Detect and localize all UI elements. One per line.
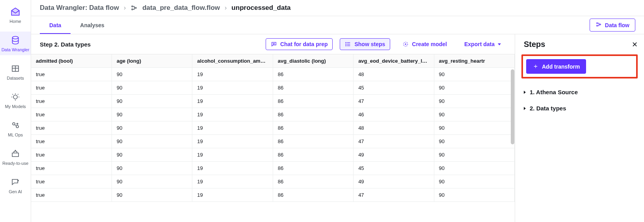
table-cell: 90 bbox=[434, 162, 514, 175]
table-cell: 90 bbox=[434, 175, 514, 188]
tab-data[interactable]: Data bbox=[40, 17, 71, 34]
export-data-label: Export data bbox=[464, 41, 495, 47]
column-header[interactable]: avg_diastolic (long) bbox=[273, 54, 353, 68]
breadcrumb-flow[interactable]: data_pre_data_flow.flow bbox=[142, 4, 220, 12]
nav-label: Gen AI bbox=[9, 189, 22, 194]
table-cell: 19 bbox=[192, 188, 273, 202]
svg-point-13 bbox=[599, 24, 601, 25]
nav-gen-ai[interactable]: Gen AI bbox=[0, 173, 31, 197]
svg-point-12 bbox=[596, 25, 597, 26]
table-cell: 19 bbox=[192, 162, 273, 175]
table-cell: 90 bbox=[112, 148, 192, 162]
caret-right-icon bbox=[524, 91, 526, 94]
column-header[interactable]: avg_resting_heartr bbox=[434, 54, 514, 68]
nav-home[interactable]: Home bbox=[0, 3, 31, 27]
svg-point-19 bbox=[346, 42, 346, 43]
breadcrumb-node[interactable]: unprocessed_data bbox=[231, 4, 290, 12]
table-cell: 45 bbox=[354, 162, 434, 175]
step-item-label: 2. Data types bbox=[530, 105, 566, 112]
table-cell: 86 bbox=[273, 188, 353, 202]
table-row[interactable]: true9019864590 bbox=[31, 162, 515, 175]
table-cell: 90 bbox=[112, 121, 192, 135]
table-cell: 90 bbox=[434, 81, 514, 95]
nav-label: Ready-to-use bbox=[2, 161, 28, 166]
step-item-2[interactable]: 2. Data types bbox=[524, 100, 638, 116]
table-row[interactable]: true9019864890 bbox=[31, 121, 515, 135]
table-row[interactable]: true9019864790 bbox=[31, 135, 515, 148]
table-cell: 86 bbox=[273, 121, 353, 135]
database-icon bbox=[10, 35, 21, 46]
svg-point-21 bbox=[346, 45, 346, 46]
table-row[interactable]: true9019864590 bbox=[31, 81, 515, 95]
table-cell: 90 bbox=[434, 68, 514, 81]
vertical-scrollbar[interactable] bbox=[511, 69, 514, 144]
close-icon[interactable]: ✕ bbox=[632, 40, 638, 49]
create-model-button[interactable]: Create model bbox=[397, 38, 452, 50]
table-cell: 90 bbox=[434, 135, 514, 148]
table-cell: 48 bbox=[354, 121, 434, 135]
table-row[interactable]: true9019864990 bbox=[31, 175, 515, 188]
step-item-1[interactable]: 1. Athena Source bbox=[524, 84, 638, 100]
table-cell: 90 bbox=[112, 188, 192, 202]
table-cell: 86 bbox=[273, 95, 353, 108]
nav-label: Data Wrangler bbox=[2, 47, 30, 52]
chevron-right-icon: › bbox=[124, 4, 126, 11]
table-cell: true bbox=[31, 108, 112, 121]
column-header[interactable]: age (long) bbox=[112, 54, 192, 68]
table-row[interactable]: true9019864790 bbox=[31, 188, 515, 202]
box-arrow-icon bbox=[10, 148, 21, 159]
add-transform-button[interactable]: ＋ Add transform bbox=[526, 59, 586, 74]
toolbar: Step 2. Data types Chat for data prep Sh… bbox=[31, 34, 515, 54]
table-row[interactable]: true9019864790 bbox=[31, 95, 515, 108]
caret-right-icon bbox=[524, 107, 526, 110]
svg-point-11 bbox=[596, 22, 597, 24]
tab-analyses[interactable]: Analyses bbox=[71, 17, 114, 34]
table-row[interactable]: true9019864990 bbox=[31, 148, 515, 162]
nav-data-wrangler[interactable]: Data Wrangler bbox=[0, 32, 31, 55]
table-row[interactable]: true9019864690 bbox=[31, 108, 515, 121]
step-title: Step 2. Data types bbox=[40, 41, 91, 48]
flow-icon bbox=[596, 21, 602, 29]
table-cell: 47 bbox=[354, 188, 434, 202]
steps-panel: Steps ✕ ＋ Add transform 1. Athena Source… bbox=[515, 34, 644, 222]
table-cell: true bbox=[31, 148, 112, 162]
nav-label: My Models bbox=[5, 104, 26, 109]
create-model-label: Create model bbox=[412, 41, 447, 47]
column-header[interactable]: admitted (bool) bbox=[31, 54, 112, 68]
table-cell: 19 bbox=[192, 121, 273, 135]
table-cell: 90 bbox=[434, 188, 514, 202]
svg-point-10 bbox=[135, 7, 136, 9]
data-flow-button[interactable]: Data flow bbox=[590, 19, 635, 32]
table-cell: 19 bbox=[192, 148, 273, 162]
show-steps-button[interactable]: Show steps bbox=[340, 38, 390, 50]
chat-for-data-prep-button[interactable]: Chat for data prep bbox=[266, 38, 333, 50]
table-cell: 19 bbox=[192, 175, 273, 188]
plus-icon: ＋ bbox=[532, 62, 539, 71]
highlight-box: ＋ Add transform bbox=[521, 54, 638, 78]
nav-ready-to-use[interactable]: Ready-to-use bbox=[0, 145, 31, 169]
nav-ml-ops[interactable]: ML Ops bbox=[0, 117, 31, 140]
column-header[interactable]: alcohol_consumption_amount (lo bbox=[192, 54, 273, 68]
table-cell: 90 bbox=[434, 95, 514, 108]
table-cell: true bbox=[31, 121, 112, 135]
chat-sparkle-icon bbox=[10, 177, 21, 188]
nav-my-models[interactable]: My Models bbox=[0, 88, 31, 112]
add-transform-label: Add transform bbox=[542, 63, 580, 70]
column-header[interactable]: avg_eod_device_battery_level (lo bbox=[354, 54, 434, 68]
svg-point-7 bbox=[17, 123, 18, 125]
breadcrumb-root[interactable]: Data Wrangler: Data flow bbox=[40, 4, 119, 12]
left-nav: Home Data Wrangler Datasets My Models ML… bbox=[0, 0, 31, 222]
table-row[interactable]: true9019864890 bbox=[31, 68, 515, 81]
nav-datasets[interactable]: Datasets bbox=[0, 60, 31, 84]
table-cell: 19 bbox=[192, 68, 273, 81]
table-cell: true bbox=[31, 135, 112, 148]
show-steps-label: Show steps bbox=[354, 41, 385, 47]
table-cell: 19 bbox=[192, 135, 273, 148]
flow-icon bbox=[130, 4, 138, 11]
table-cell: 47 bbox=[354, 95, 434, 108]
table-cell: true bbox=[31, 95, 112, 108]
bulb-icon bbox=[10, 91, 21, 103]
table-cell: 90 bbox=[112, 108, 192, 121]
table-cell: 19 bbox=[192, 108, 273, 121]
export-data-button[interactable]: Export data bbox=[459, 38, 506, 50]
